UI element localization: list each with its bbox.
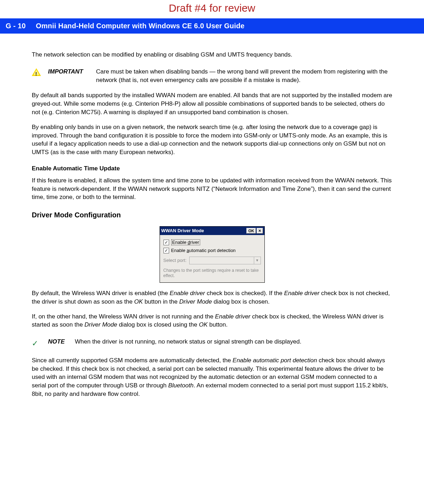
intro-paragraph: The network selection can be modified by… <box>32 51 392 59</box>
enable-driver-checkbox[interactable]: ✓ <box>163 240 169 245</box>
important-text: Care must be taken when disabling bands … <box>96 68 392 84</box>
enable-driver-label: Enable driver <box>171 239 201 246</box>
dialog-screenshot: WWAN Driver Mode OK × ✓ Enable driver ✓ … <box>32 226 392 283</box>
wwan-driver-mode-dialog: WWAN Driver Mode OK × ✓ Enable driver ✓ … <box>160 226 265 283</box>
enable-driver-row[interactable]: ✓ Enable driver <box>163 239 261 246</box>
auto-time-paragraph: If this feature is enabled, it allows th… <box>32 176 392 201</box>
select-port-dropdown[interactable]: ▼ <box>189 257 261 264</box>
page-number: G - 10 <box>6 22 26 30</box>
dialog-title: WWAN Driver Mode <box>161 228 246 234</box>
page-content: The network selection can be modified by… <box>0 34 424 419</box>
enable-auto-time-heading: Enable Automatic Time Update <box>32 164 392 173</box>
enable-auto-port-label: Enable automatic port detection <box>171 247 236 254</box>
chevron-down-icon: ▼ <box>254 257 261 264</box>
note-callout: ✓ NOTE When the driver is not running, n… <box>32 338 392 349</box>
important-callout: ! IMPORTANT Care must be taken when disa… <box>32 68 392 84</box>
check-icon: ✓ <box>32 338 42 349</box>
page-header-bar: G - 10 Omnii Hand-Held Computer with Win… <box>0 18 424 34</box>
warning-icon: ! <box>32 68 42 76</box>
dialog-hint: Changes to the port settings require a r… <box>163 268 261 279</box>
dialog-body: ✓ Enable driver ✓ Enable automatic port … <box>160 235 264 282</box>
enable-auto-port-checkbox[interactable]: ✓ <box>163 248 169 253</box>
dialog-titlebar: WWAN Driver Mode OK × <box>160 227 264 235</box>
page-title: Omnii Hand-Held Computer with Windows CE… <box>36 22 245 30</box>
driver-paragraph-2: If, on the other hand, the Wireless WAN … <box>32 312 392 329</box>
select-port-label: Select port: <box>163 257 187 264</box>
note-label: NOTE <box>48 338 69 346</box>
enable-auto-port-row[interactable]: ✓ Enable automatic port detection <box>163 247 261 254</box>
port-paragraph: Since all currently supported GSM modems… <box>32 356 392 398</box>
bands-paragraph-2: By enabling only bands in use on a given… <box>32 123 392 157</box>
important-label: IMPORTANT <box>48 68 90 76</box>
driver-paragraph-1: By default, the Wireless WAN driver is e… <box>32 289 392 306</box>
bands-paragraph-1: By default all bands supported by the in… <box>32 91 392 116</box>
driver-mode-heading: Driver Mode Configuration <box>32 210 392 220</box>
select-port-row: Select port: ▼ <box>163 257 261 264</box>
draft-header: Draft #4 for review <box>0 0 424 18</box>
note-text: When the driver is not running, no netwo… <box>75 338 392 346</box>
close-button[interactable]: × <box>257 228 263 234</box>
ok-button[interactable]: OK <box>246 228 256 234</box>
